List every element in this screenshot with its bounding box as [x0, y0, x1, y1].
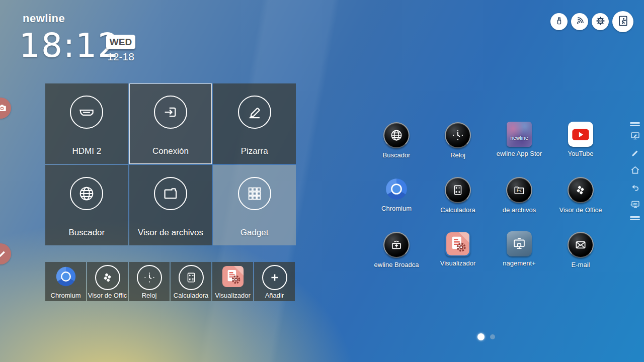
page-indicator — [477, 333, 495, 340]
calculator-icon — [179, 265, 204, 290]
tile-label: Pizarra — [213, 146, 296, 156]
shortcut-anadir[interactable]: Añadir — [254, 262, 295, 301]
page-dot-2[interactable] — [490, 334, 495, 339]
app-label: YouTube — [568, 150, 593, 157]
weekday-badge: WED — [106, 35, 135, 49]
shortcut-reloj[interactable]: Reloj — [129, 262, 170, 301]
page-dot-1[interactable] — [477, 333, 485, 340]
app-newline-broadcast[interactable]: ewline Broadca — [374, 229, 419, 284]
app-email[interactable]: E-mail — [568, 229, 594, 284]
clock-time: 18:12 — [19, 26, 120, 65]
usb-button[interactable] — [550, 13, 568, 30]
app-label: ewline Broadca — [374, 261, 419, 268]
tile-gadget[interactable]: Gadget — [213, 165, 296, 245]
pencil-icon[interactable] — [630, 148, 640, 160]
tile-pizarra[interactable]: Pizarra — [213, 83, 296, 164]
shortcut-label: Chromium — [45, 292, 86, 299]
status-bar — [550, 11, 633, 32]
exit-button[interactable] — [612, 11, 633, 32]
chromium-icon — [384, 176, 409, 202]
clock-icon — [445, 122, 471, 148]
tile-label: Conexión — [129, 146, 212, 156]
drag-handle[interactable] — [630, 216, 640, 220]
connect-icon — [154, 96, 187, 129]
shortcut-visor-office[interactable]: Visor de Offic — [87, 262, 128, 301]
app-visualizador[interactable]: Visualizador — [440, 229, 476, 284]
management-display-icon — [507, 231, 532, 256]
hotspot-button[interactable] — [571, 13, 588, 30]
drag-handle[interactable] — [630, 122, 640, 126]
annotation-pen-button[interactable] — [0, 243, 11, 264]
app-label: Reloj — [450, 151, 465, 159]
appstore-icon-text: newline — [507, 135, 532, 141]
home-icon[interactable] — [630, 165, 640, 177]
visualizer-icon — [221, 265, 245, 288]
tile-label: HDMI 2 — [45, 146, 128, 156]
office-icon — [568, 177, 594, 203]
app-calculadora[interactable]: Calculadora — [440, 174, 475, 229]
shortcut-label: Visualizador — [212, 292, 253, 299]
whiteboard-pencil-icon — [238, 96, 271, 129]
app-visor-de-archivos[interactable]: F< de archivos — [503, 174, 536, 229]
clock-icon — [137, 265, 162, 290]
app-reloj[interactable]: Reloj — [445, 119, 471, 174]
app-visor-de-office[interactable]: Visor de Office — [559, 174, 602, 229]
hdmi-icon — [70, 96, 103, 129]
youtube-icon — [568, 122, 593, 147]
globe-icon — [383, 122, 410, 148]
app-label: E-mail — [572, 261, 590, 268]
launcher-home-screen: newline 18:12 WED 12-18 — [0, 0, 644, 362]
folder-icon — [154, 177, 187, 210]
tile-conexion[interactable]: Conexión — [129, 83, 212, 164]
calculator-icon — [445, 177, 471, 203]
app-management-plus[interactable]: nagement+ — [503, 229, 535, 284]
app-grid: Buscador Reloj newline ewline App Stor Y… — [366, 119, 611, 284]
shortcut-label: Añadir — [254, 292, 295, 299]
svg-text:PD: PD — [633, 203, 637, 206]
broadcast-icon — [383, 232, 410, 258]
app-label: Chromium — [381, 205, 412, 212]
tile-label: Visor de archivos — [129, 228, 212, 238]
app-newline-appstore[interactable]: newline ewline App Stor — [497, 119, 542, 174]
shortcut-visualizador[interactable]: Visualizador — [212, 262, 253, 301]
app-label: Buscador — [383, 151, 411, 159]
add-plus-icon — [262, 265, 287, 290]
app-youtube[interactable]: YouTube — [568, 119, 593, 174]
shortcut-label: Visor de Offic — [87, 292, 128, 299]
tile-label: Gadget — [213, 228, 296, 238]
back-arrow-icon[interactable] — [630, 182, 640, 195]
tile-buscador[interactable]: Buscador — [45, 165, 128, 245]
app-label: Calculadora — [440, 206, 475, 214]
app-buscador[interactable]: Buscador — [383, 119, 411, 174]
app-label: ewline App Stor — [497, 150, 542, 157]
tile-label: Buscador — [45, 228, 128, 238]
exit-icon — [616, 14, 630, 30]
chromium-icon — [54, 265, 77, 288]
shortcut-label: Reloj — [129, 292, 170, 299]
settings-button[interactable] — [592, 13, 609, 30]
tile-hdmi2[interactable]: HDMI 2 — [45, 83, 128, 164]
app-label: Visor de Office — [559, 206, 602, 214]
app-label: Visualizador — [440, 259, 476, 267]
screenshot-camera-button[interactable] — [0, 98, 11, 119]
main-tile-grid: HDMI 2 Conexión Pizarra Buscador Visor d… — [45, 83, 296, 245]
source-display-icon[interactable]: PD — [630, 199, 640, 212]
file-manager-icon: F< — [506, 177, 532, 203]
clock-date: 12-18 — [106, 51, 135, 63]
tile-visor-archivos[interactable]: Visor de archivos — [129, 165, 212, 245]
app-label: de archivos — [503, 206, 536, 214]
globe-icon — [70, 177, 103, 210]
hotspot-icon — [575, 16, 585, 28]
app-chromium[interactable]: Chromium — [381, 174, 412, 229]
shortcut-chromium[interactable]: Chromium — [45, 262, 86, 301]
shortcut-calculadora[interactable]: Calculadora — [171, 262, 211, 301]
newline-logo: newline — [23, 12, 65, 25]
shortcut-bar: Chromium Visor de Offic Reloj Calculador… — [45, 262, 295, 301]
usb-icon — [554, 16, 565, 28]
app-label: nagement+ — [503, 259, 535, 267]
office-icon — [95, 265, 120, 290]
settings-gear-icon — [595, 16, 606, 28]
screen-annotate-icon[interactable] — [630, 131, 640, 143]
email-icon — [568, 232, 594, 258]
svg-text:F<: F< — [517, 188, 522, 193]
